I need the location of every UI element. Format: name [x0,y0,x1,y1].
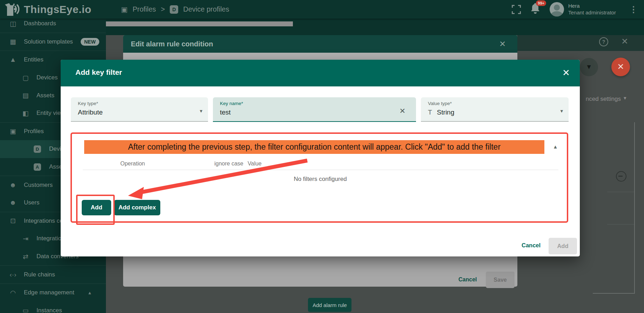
data-converters-icon: ⇄ [21,253,30,261]
annotation-banner: After completing the previous step, the … [84,140,544,154]
header-right: 99+ Hera Tenant administrator ⋮ [512,0,644,19]
sidebar-item-label: Edge management [24,289,74,296]
fullscreen-icon[interactable] [512,5,521,14]
rule-chains-icon: ‹·› [8,271,18,279]
solution-templates-icon: ▦ [8,38,18,46]
sidebar-item-rule-chains[interactable]: ‹·›Rule chains [0,265,106,283]
entity-views-icon: ◧ [21,109,30,117]
sidebar-item-instances[interactable]: ▭Instances [0,302,106,313]
notification-badge: 99+ [536,0,546,6]
key-type-field[interactable]: Key type* Attribute ▾ [71,97,208,122]
key-name-label: Key name* [220,101,243,106]
no-filters-text: No filters configured [61,176,580,183]
sidebar-item-label: Users [24,199,39,206]
value-type-value: TString [428,109,454,116]
dialog-cancel-button[interactable]: Cancel [519,242,543,249]
instances-icon: ▭ [21,306,30,313]
background-row-line [607,224,634,224]
avatar[interactable] [550,2,564,17]
logo-text: ThingsEye.io [24,4,92,15]
sidebar-item-label: Assets [36,92,54,99]
edge-management-icon: ◠ [8,289,18,297]
sidebar-item-label: Devices [36,74,58,81]
device-profiles-icon: D [170,5,178,14]
logo-icon [4,2,20,17]
background-table-header-strip [106,21,293,26]
logo[interactable]: ThingsEye.io [4,2,92,17]
add-key-filter-title: Add key filter [75,68,122,77]
sidebar-item-solution-templates[interactable]: ▦Solution templatesNEW [0,33,106,51]
chevron-down-icon[interactable]: ▾ [200,108,202,114]
sidebar-item-label: Dashboards [24,20,56,27]
background-panel-border-bottom [593,293,635,294]
key-name-field[interactable]: Key name* test ✕ [213,97,416,122]
integrations-icon: ⇥ [21,235,30,243]
background-panel-border [634,122,635,293]
expand-fab-chevron-down-icon[interactable]: ▾ [580,58,598,76]
avatar-body [551,11,563,17]
sidebar-item-label: Customers [24,182,53,189]
edit-dialog-cancel-button[interactable]: Cancel [456,276,479,283]
customers-icon: ☻ [8,181,18,189]
avatar-head [554,5,560,11]
column-header-ignore-case: ignore case [214,161,243,167]
profiles-badge-icon: ▣ [121,5,128,14]
user-name: Hera [568,3,624,9]
chevron-down-icon[interactable]: ▾ [624,95,626,101]
sidebar-item-label: Solution templates [24,38,73,45]
add-alarm-rule-button[interactable]: Add alarm rule [308,298,351,312]
background-row-line [607,192,634,192]
value-type-field[interactable]: Value type* TString ▾ [421,97,569,122]
clear-icon[interactable]: ✕ [397,106,408,116]
sidebar-item-label: Entities [24,56,43,63]
close-icon[interactable]: ✕ [499,39,506,49]
table-header-divider [83,170,558,170]
close-icon[interactable]: ✕ [560,67,572,79]
sidebar-item-edge-management[interactable]: ◠Edge management▴ [0,283,106,302]
sidebar-item-label: Profiles [24,128,44,135]
dashboards-icon: ◫ [8,20,18,28]
sidebar-item-label: Instances [36,307,62,313]
breadcrumb-section[interactable]: Profiles [133,5,156,13]
profiles-icon: ▣ [8,127,18,135]
app-header: ThingsEye.io ▣ Profiles > D Device profi… [0,0,644,19]
annotation-arrow [61,60,580,256]
sidebar-item-dashboards[interactable]: ◫Dashboards [0,19,106,33]
cancel-edit-fab-close-icon[interactable]: ✕ [611,58,630,76]
collapse-panel-icon[interactable]: ▴ [554,143,557,150]
breadcrumb-page[interactable]: Device profiles [183,5,229,13]
add-key-filter-header [61,60,580,86]
add-key-filter-dialog: Add key filter ✕ Key type* Attribute ▾ K… [61,60,580,256]
add-complex-button[interactable]: Add complex [114,200,160,215]
breadcrumb: ▣ Profiles > D Device profiles [121,0,229,19]
key-type-value: Attribute [78,109,103,116]
add-filter-button[interactable]: Add [82,200,111,215]
kebab-menu-icon[interactable]: ⋮ [629,5,638,14]
devices-icon: ▢ [21,74,30,82]
dialog-add-button-disabled[interactable]: Add [549,238,577,254]
column-header-value: Value [248,161,262,167]
user-block[interactable]: Hera Tenant administrator [568,3,624,16]
key-name-value: test [220,109,231,116]
edit-dialog-save-button[interactable]: Save [486,272,515,288]
string-type-icon: T [428,109,432,116]
chevron-up-icon[interactable]: ▴ [88,289,91,296]
edit-dialog-title: Edit alarm rule condition [131,40,213,48]
chevron-down-icon[interactable]: ▾ [560,108,563,114]
remove-circle-icon[interactable] [616,171,626,182]
value-type-text: String [437,109,455,116]
users-icon: ☻ [8,199,18,207]
integrations-center-icon: ⊡ [8,217,18,225]
device-profiles-icon: D [34,145,41,153]
help-icon[interactable]: ? [599,37,608,46]
new-badge: NEW [81,38,99,46]
close-icon[interactable]: ✕ [621,37,628,46]
entities-icon: ▲ [8,56,18,64]
breadcrumb-separator: > [161,5,165,13]
sidebar-item-label: Rule chains [24,271,55,278]
assets-icon: ▤ [21,91,30,99]
value-type-label: Value type* [428,101,452,106]
notifications[interactable]: 99+ [530,2,542,17]
column-header-operation: Operation [120,161,145,167]
key-type-label: Key type* [78,101,98,106]
